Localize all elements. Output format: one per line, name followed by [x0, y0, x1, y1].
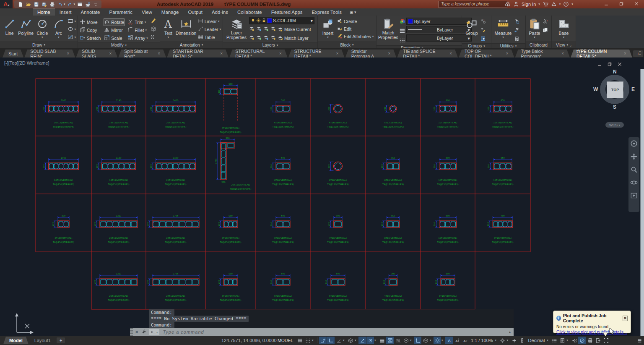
- undo-icon[interactable]: [57, 1, 63, 8]
- move-button[interactable]: Move: [80, 19, 101, 26]
- plot-sm-icon[interactable]: [49, 1, 55, 8]
- ribbon-tab-manage[interactable]: Manage: [157, 9, 184, 16]
- annotation-scale-value-caret[interactable]: ▾: [495, 339, 499, 342]
- close-button[interactable]: [634, 0, 639, 8]
- circle-button[interactable]: Circle▾: [34, 17, 50, 39]
- column-detail-cell-r0c5[interactable]: 3006T16(VERTICAL)T8@150(STIRRUPS): [310, 78, 366, 136]
- offset-button[interactable]: [151, 34, 156, 41]
- ribbon-tab-featured-apps[interactable]: Featured Apps: [267, 9, 307, 16]
- column-detail-cell-r2c7[interactable]: 60020010T16(VERTICAL)T8@150(STIRRUPS): [421, 194, 475, 252]
- insert-button[interactable]: Insert▾: [319, 17, 336, 39]
- store-icon[interactable]: [543, 1, 548, 7]
- group-button[interactable]: Group: [464, 17, 480, 36]
- table-button[interactable]: Table: [197, 34, 221, 41]
- match-properties-button[interactable]: Match Properties: [378, 17, 398, 40]
- transparency-icon[interactable]: [386, 337, 394, 344]
- edit-block-button[interactable]: Edit: [337, 26, 374, 32]
- paste-button[interactable]: Paste▾: [527, 17, 542, 39]
- clean-screen-icon[interactable]: [602, 337, 610, 344]
- stretch-button[interactable]: Stretch: [80, 35, 101, 42]
- search-icon[interactable]: [505, 1, 511, 7]
- group-edit-icon[interactable]: [480, 27, 486, 34]
- workspace-switching-icon-caret[interactable]: ▾: [507, 339, 510, 342]
- units-list-icon[interactable]: [551, 337, 558, 344]
- file-tab-9[interactable]: TOP OF COL.DETAIL*×: [459, 50, 514, 58]
- column-detail-cell-r1c6[interactable]: 4502006T16(VERTICAL)T8@150(STIRRUPS): [366, 136, 421, 194]
- quick-select-icon[interactable]: [514, 18, 519, 26]
- column-detail-cell-r1c3[interactable]: 500175020020T12(VERTICAL)T8@150(STIRRUPS…: [205, 136, 256, 194]
- column-detail-cell-r1c7[interactable]: 60020010T16(VERTICAL)T8@150(STIRRUPS): [421, 136, 475, 194]
- plus-icon[interactable]: [511, 337, 518, 344]
- layer-thaw-icon[interactable]: [256, 18, 261, 24]
- column-detail-cell-r2c0[interactable]: 4002008T16(VERTICAL)T8@150(STIRRUPS): [36, 194, 91, 252]
- file-tab-8[interactable]: TIE and SPLICE DETAIL*×: [397, 50, 458, 58]
- file-tab-close-icon[interactable]: ×: [506, 51, 509, 56]
- layer-thaw-all-icon[interactable]: [256, 34, 262, 42]
- osnap-3d-icon[interactable]: [402, 337, 410, 344]
- units-value[interactable]: Decimal: [527, 338, 547, 343]
- column-detail-cell-r0c4[interactable]: 5002006T16(VERTICAL)T8@150(STIRRUPS): [256, 78, 310, 136]
- model-space-button[interactable]: MODEL: [278, 336, 293, 345]
- redo-icon[interactable]: [67, 1, 73, 8]
- layer-lock-icon[interactable]: [270, 26, 276, 33]
- column-detail-cell-r0c7[interactable]: 60020010T16(VERTICAL)T8@150(STIRRUPS): [421, 78, 475, 136]
- drawing-canvas[interactable]: [-][Top][2D Wireframe] N W E S TOP WCS▾: [0, 58, 644, 336]
- rectangle-button[interactable]: ▾: [68, 18, 76, 25]
- osnap-icon[interactable]: [366, 337, 374, 344]
- polar-tracking-icon-caret[interactable]: ▾: [343, 339, 346, 342]
- make-current-button[interactable]: Make Current: [278, 26, 311, 33]
- column-detail-cell-r1c5[interactable]: 3008T16(VERTICAL)T8@150(STIRRUPS): [310, 136, 366, 194]
- layout1-tab[interactable]: Layout1: [29, 337, 57, 344]
- file-tab-close-icon[interactable]: ×: [279, 51, 282, 56]
- ribbon-options-icon[interactable]: ▣ ▾: [350, 10, 356, 16]
- dynamic-input-icon[interactable]: [319, 337, 327, 344]
- sheet-icon[interactable]: [76, 1, 83, 8]
- help-caret-icon[interactable]: ▾: [571, 3, 573, 6]
- column-detail-cell-r1c8[interactable]: 65020010T16(VERTICAL)T8@150(STIRRUPS): [475, 136, 530, 194]
- column-detail-cell-r1c2[interactable]: 140020020T12(VERTICAL)T8@150(STIRRUPS): [146, 136, 205, 194]
- file-tab-close-icon[interactable]: ×: [624, 51, 626, 56]
- sign-in-icon[interactable]: [513, 1, 519, 7]
- file-tab-4[interactable]: STARTER BAR DETAILS*×: [167, 50, 229, 58]
- command-prompt-icon[interactable]: >_▾: [149, 329, 159, 335]
- column-detail-cell-r0c3[interactable]: 5003004T16(VERTICAL)T8@150(STIRRUPS): [205, 78, 256, 136]
- erase-button[interactable]: [151, 18, 156, 25]
- file-tab-3[interactable]: Split Slab at Roof*×: [118, 50, 166, 58]
- block-panel-title[interactable]: Block▾: [318, 42, 376, 48]
- ribbon-tab-collaborate[interactable]: Collaborate: [233, 9, 267, 16]
- rotate-button[interactable]: Rotate: [104, 19, 124, 26]
- column-detail-cell-r1c4[interactable]: 5002006T16(VERTICAL)T8@150(STIRRUPS): [256, 136, 310, 194]
- explode-button[interactable]: [151, 26, 156, 33]
- quick-properties-icon[interactable]: [558, 337, 566, 344]
- workspace-switching-icon[interactable]: [499, 337, 506, 344]
- command-input[interactable]: Type a command: [159, 329, 508, 335]
- layer-off-icon[interactable]: [249, 26, 254, 33]
- layer-freeze-icon[interactable]: [263, 26, 269, 33]
- ribbon-tab-parametric[interactable]: Parametric: [105, 9, 138, 16]
- layer-on-icon[interactable]: [251, 18, 255, 24]
- array-button[interactable]: Array▾: [127, 35, 148, 42]
- osnap-tracking-icon[interactable]: [358, 337, 366, 344]
- column-detail-cell-r2c2[interactable]: 175520024T12(VERTICAL)T8@150(STIRRUPS): [146, 194, 205, 252]
- column-detail-cell-r3c3[interactable]: 5002008T16(VERTICAL)T8@150(STIRRUPS): [205, 252, 256, 309]
- isodraft-icon[interactable]: [347, 337, 354, 344]
- command-close-icon[interactable]: ✕: [133, 329, 140, 335]
- layer-isolate-icon[interactable]: [256, 26, 262, 33]
- calculator-icon[interactable]: [514, 36, 519, 43]
- a360-icon[interactable]: [551, 1, 557, 7]
- draw-panel-title[interactable]: Draw▾: [0, 42, 78, 48]
- application-menu-button[interactable]: A▾: [0, 0, 13, 8]
- plot-notification-icon[interactable]: [586, 337, 594, 344]
- osnap-icon-caret[interactable]: ▾: [374, 339, 378, 342]
- trim-button[interactable]: Trim▾: [127, 19, 148, 26]
- snap-icon[interactable]: [304, 337, 312, 344]
- osnap-3d-icon-caret[interactable]: ▾: [410, 339, 413, 342]
- ellipse-button[interactable]: ▾: [68, 26, 76, 33]
- file-tab-close-icon[interactable]: ×: [158, 51, 160, 56]
- file-tab-0[interactable]: Start: [3, 50, 23, 58]
- edit-attributes-button[interactable]: Edit Attributes▾: [337, 33, 374, 39]
- layer-dropdown-caret-icon[interactable]: ▾: [311, 18, 313, 23]
- layer-walk-icon[interactable]: [270, 34, 276, 42]
- layer-unlock-icon[interactable]: [262, 18, 266, 24]
- ribbon-tab-insert[interactable]: Insert: [55, 9, 76, 16]
